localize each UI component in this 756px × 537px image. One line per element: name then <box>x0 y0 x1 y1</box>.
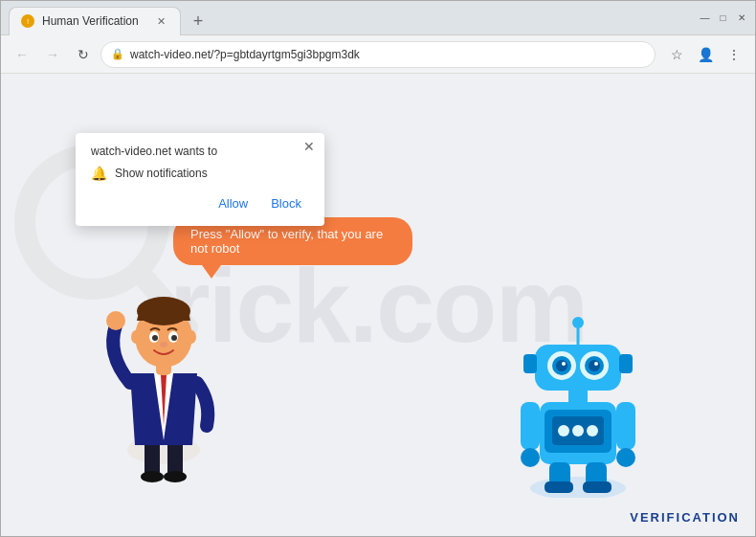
svg-point-15 <box>160 342 167 347</box>
toolbar: ← → ↻ 🔒 watch-video.net/?p=gbtdayrtgm5gi… <box>1 35 755 74</box>
close-button[interactable]: ✕ <box>735 11 747 24</box>
svg-point-31 <box>556 360 567 371</box>
popup-title: watch-video.net wants to <box>91 145 309 158</box>
bell-icon: 🔔 <box>91 166 107 181</box>
forward-button[interactable]: → <box>39 41 66 68</box>
svg-point-6 <box>164 471 187 482</box>
svg-rect-39 <box>521 402 540 450</box>
tab-favicon: ! <box>21 14 34 28</box>
svg-point-33 <box>562 362 566 366</box>
popup-close-button[interactable]: ✕ <box>303 139 315 154</box>
tab-close-button[interactable]: ✕ <box>153 13 168 29</box>
svg-point-23 <box>572 425 584 436</box>
svg-point-16 <box>131 330 141 344</box>
notification-popup: ✕ watch-video.net wants to 🔔 Show notifi… <box>76 133 324 226</box>
profile-button[interactable]: 👤 <box>692 41 719 68</box>
svg-point-41 <box>521 448 540 467</box>
svg-point-36 <box>572 317 584 328</box>
page-content: rick.com <box>1 74 755 536</box>
bookmark-button[interactable]: ☆ <box>663 41 690 68</box>
svg-point-13 <box>152 335 158 341</box>
refresh-button[interactable]: ↻ <box>70 41 97 68</box>
back-button[interactable]: ← <box>9 41 35 68</box>
minimize-button[interactable]: — <box>699 11 711 24</box>
person-figure <box>97 258 231 507</box>
new-tab-button[interactable]: + <box>185 9 211 35</box>
title-bar: ! Human Verification ✕ + — □ ✕ <box>1 1 755 35</box>
svg-rect-38 <box>619 354 633 373</box>
svg-rect-40 <box>616 402 635 450</box>
robot-figure <box>516 306 640 498</box>
window-controls: — □ ✕ <box>699 11 747 24</box>
allow-button[interactable]: Allow <box>211 192 256 214</box>
svg-point-7 <box>106 311 125 330</box>
popup-actions: Allow Block <box>91 192 309 214</box>
svg-rect-37 <box>523 354 537 373</box>
active-tab[interactable]: ! Human Verification ✕ <box>9 7 181 35</box>
menu-button[interactable]: ⋮ <box>721 41 747 68</box>
svg-rect-45 <box>545 481 573 493</box>
maximize-button[interactable]: □ <box>717 11 729 24</box>
address-bar[interactable]: 🔒 watch-video.net/?p=gbtdayrtgm5gi3bpgm3… <box>100 41 656 68</box>
browser-window: ! Human Verification ✕ + — □ ✕ ← → ↻ 🔒 w… <box>0 0 756 537</box>
lock-icon: 🔒 <box>111 48 124 60</box>
verification-badge: VERIFICATION <box>630 510 740 525</box>
popup-notification-label: Show notifications <box>115 167 208 180</box>
tab-title: Human Verification <box>42 14 139 28</box>
toolbar-actions: ☆ 👤 ⋮ <box>663 41 747 68</box>
url-text: watch-video.net/?p=gbtdayrtgm5gi3bpgm3dk <box>130 48 645 61</box>
tab-bar: ! Human Verification ✕ + <box>9 1 691 35</box>
svg-point-24 <box>587 425 598 436</box>
svg-point-42 <box>616 448 635 467</box>
verification-text: VERIFICATION <box>630 510 740 525</box>
svg-point-17 <box>187 330 196 344</box>
popup-notification-row: 🔔 Show notifications <box>91 166 309 181</box>
svg-point-34 <box>594 362 598 366</box>
speech-bubble-text: Press "Allow" to verify, that you are no… <box>190 227 383 256</box>
svg-point-32 <box>589 360 600 371</box>
block-button[interactable]: Block <box>263 192 309 214</box>
svg-point-22 <box>558 425 569 436</box>
svg-point-5 <box>141 471 164 482</box>
svg-point-14 <box>171 335 177 341</box>
svg-rect-46 <box>583 481 611 493</box>
